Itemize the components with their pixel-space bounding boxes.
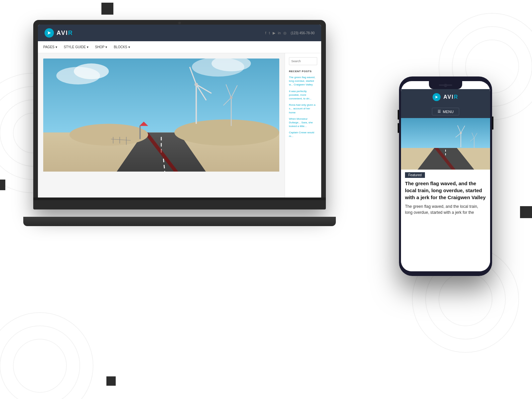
featured-badge: Featured xyxy=(405,172,425,178)
hamburger-icon: ☰ xyxy=(438,109,441,114)
recent-posts-title: RECENT POSTS xyxy=(289,70,317,73)
site-content-area: RECENT POSTS The green flag waved, long … xyxy=(38,53,321,200)
svg-rect-36 xyxy=(139,126,141,139)
chevron-down-icon: ▾ xyxy=(128,45,130,49)
hero-image xyxy=(43,59,279,172)
nav-style-guide[interactable]: STYLE GUIDE ▾ xyxy=(64,45,88,49)
chevron-down-icon: ▾ xyxy=(105,45,107,49)
svg-point-5 xyxy=(0,326,80,399)
phone-site-content: AVIR ☰ MENU xyxy=(401,89,490,271)
phone-mockup: AVIR ☰ MENU xyxy=(399,76,492,276)
recent-post-5[interactable]: Captain Crewe would m... xyxy=(289,131,317,138)
phone-logo: AVIR xyxy=(433,93,458,101)
sidebar: RECENT POSTS The green flag waved, long … xyxy=(285,53,321,200)
phone-volume-up xyxy=(398,110,399,120)
header-right: f t ▶ in ◎ (123) 456-78-90 xyxy=(265,31,315,35)
laptop-hinge xyxy=(33,198,326,200)
svg-point-24 xyxy=(174,119,279,146)
recent-post-4[interactable]: When Monsieur Dufarge... Sara, she looke… xyxy=(289,117,317,128)
phone-power-button xyxy=(492,116,493,130)
nav-blocks[interactable]: BLOCKS ▾ xyxy=(114,45,130,49)
main-content xyxy=(38,53,285,200)
facebook-icon: f xyxy=(265,31,266,35)
article-excerpt: The green flag waved, and the local trai… xyxy=(401,203,490,215)
phone-menu-bar: ☰ MENU xyxy=(401,105,490,118)
laptop-screen: AVIR f t ▶ in ◎ (123) 456-78-90 xyxy=(38,25,321,200)
svg-marker-42 xyxy=(435,96,438,98)
phone-header: AVIR xyxy=(401,89,490,105)
decorative-square-2 xyxy=(0,180,5,190)
search-input[interactable] xyxy=(289,57,317,65)
svg-point-4 xyxy=(0,313,93,399)
svg-point-30 xyxy=(195,83,198,86)
svg-point-16 xyxy=(74,64,109,79)
laptop-body: AVIR f t ▶ in ◎ (123) 456-78-90 xyxy=(33,20,326,209)
svg-point-52 xyxy=(460,132,462,134)
recent-post-1[interactable]: The green flag waved, long overdue, star… xyxy=(289,75,317,87)
svg-point-25 xyxy=(69,124,148,146)
site-navigation: PAGES ▾ STYLE GUIDE ▾ SHOP ▾ BLOCKS ▾ xyxy=(38,41,321,53)
phone-camera xyxy=(444,84,447,87)
youtube-icon: ▶ xyxy=(273,31,275,35)
chevron-down-icon: ▾ xyxy=(56,45,57,49)
recent-post-3[interactable]: Rona had only given a s... account of he… xyxy=(289,103,317,114)
phone-notch xyxy=(429,81,462,89)
nav-pages[interactable]: PAGES ▾ xyxy=(43,45,57,49)
recent-post-2[interactable]: It was perfectly possible, more convenie… xyxy=(289,89,317,101)
article-title: The green flag waved, and the local trai… xyxy=(401,180,490,201)
svg-marker-13 xyxy=(48,31,51,35)
svg-point-12 xyxy=(439,273,492,326)
svg-point-6 xyxy=(13,339,66,392)
twitter-icon: t xyxy=(269,31,270,35)
phone-hero-image xyxy=(401,118,490,170)
social-icons: f t ▶ in ◎ xyxy=(265,31,287,35)
laptop-mockup: AVIR f t ▶ in ◎ (123) 456-78-90 xyxy=(33,20,326,226)
logo-text: AVIR xyxy=(57,30,73,37)
linkedin-icon: in xyxy=(278,31,281,35)
svg-point-35 xyxy=(230,96,232,99)
decorative-square-3 xyxy=(520,206,532,218)
svg-rect-43 xyxy=(401,118,490,148)
nav-shop[interactable]: SHOP ▾ xyxy=(95,45,107,49)
decorative-square-4 xyxy=(106,376,116,386)
phone-screen: AVIR ☰ MENU xyxy=(401,81,490,271)
logo-icon xyxy=(45,28,54,38)
mobile-menu-button[interactable]: ☰ MENU xyxy=(432,108,459,115)
decorative-square-1 xyxy=(101,3,113,15)
phone-number: (123) 456-78-90 xyxy=(291,31,315,35)
chevron-down-icon: ▾ xyxy=(87,45,88,49)
phone-logo-text: AVIR xyxy=(443,94,458,100)
website-content: AVIR f t ▶ in ◎ (123) 456-78-90 xyxy=(38,25,321,200)
phone-volume-down xyxy=(398,123,399,133)
instagram-icon: ◎ xyxy=(283,31,287,35)
site-header: AVIR f t ▶ in ◎ (123) 456-78-90 xyxy=(38,25,321,41)
laptop-camera xyxy=(178,22,181,24)
laptop-base xyxy=(23,217,336,226)
site-logo: AVIR xyxy=(45,28,73,38)
phone-logo-icon xyxy=(433,93,441,101)
phone-body: AVIR ☰ MENU xyxy=(399,76,492,276)
